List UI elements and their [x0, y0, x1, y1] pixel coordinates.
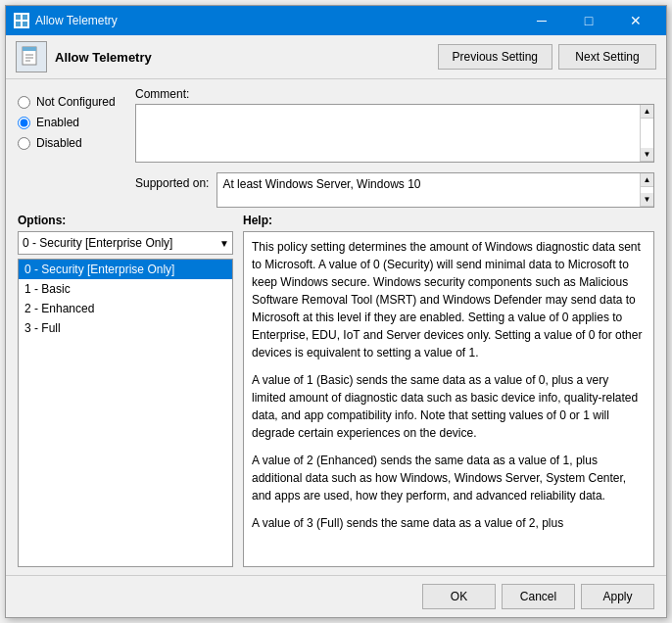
svg-rect-1: [23, 15, 27, 20]
window-icon: [14, 13, 29, 28]
radio-disabled[interactable]: Disabled: [18, 136, 125, 150]
supported-scroll-up[interactable]: ▲: [641, 173, 653, 187]
main-window: Allow Telemetry ─ □ ✕ Allow Telemetry Pr…: [5, 5, 667, 618]
top-pane: Not Configured Enabled Disabled Comment:: [18, 87, 654, 208]
close-button[interactable]: ✕: [613, 6, 658, 35]
help-para-1: This policy setting determines the amoun…: [252, 238, 646, 361]
policy-icon: [16, 41, 47, 72]
help-text-box[interactable]: This policy setting determines the amoun…: [243, 231, 654, 567]
help-para-3: A value of 2 (Enhanced) sends the same d…: [252, 452, 646, 504]
ok-button[interactable]: OK: [422, 584, 496, 609]
comment-label: Comment:: [135, 87, 654, 101]
options-listbox[interactable]: 0 - Security [Enterprise Only] 1 - Basic…: [18, 259, 233, 567]
not-configured-label: Not Configured: [36, 95, 116, 109]
content-area: Not Configured Enabled Disabled Comment:: [6, 79, 666, 575]
options-panel: 0 - Security [Enterprise Only] 1 - Basic…: [18, 231, 233, 567]
cancel-button[interactable]: Cancel: [502, 584, 575, 609]
svg-rect-0: [16, 15, 21, 20]
window-title: Allow Telemetry: [35, 14, 519, 27]
enabled-label: Enabled: [36, 116, 79, 129]
comment-scroll-down[interactable]: ▼: [641, 148, 653, 162]
list-item-3[interactable]: 3 - Full: [19, 318, 232, 338]
radio-enabled[interactable]: Enabled: [18, 116, 125, 129]
list-item-2[interactable]: 2 - Enhanced: [19, 299, 232, 318]
supported-label: Supported on:: [135, 172, 209, 190]
next-setting-button[interactable]: Next Setting: [558, 44, 656, 70]
help-para-2: A value of 1 (Basic) sends the same data…: [252, 371, 646, 442]
comment-textarea[interactable]: [136, 105, 640, 162]
list-item-1[interactable]: 1 - Basic: [19, 279, 232, 299]
help-panel: This policy setting determines the amoun…: [243, 231, 654, 567]
comment-scroll-buttons: ▲ ▼: [640, 105, 653, 162]
comment-scroll-up[interactable]: ▲: [641, 105, 653, 119]
footer: OK Cancel Apply: [6, 575, 666, 617]
maximize-button[interactable]: □: [566, 6, 611, 35]
options-dropdown[interactable]: 0 - Security [Enterprise Only] 1 - Basic…: [18, 231, 233, 255]
title-bar-controls: ─ □ ✕: [519, 6, 658, 35]
apply-button[interactable]: Apply: [581, 584, 654, 609]
options-header: Options:: [18, 214, 243, 227]
comment-textarea-wrapper: ▲ ▼: [135, 104, 654, 163]
toolbar-title: Allow Telemetry: [55, 50, 430, 65]
supported-section: Supported on: At least Windows Server, W…: [135, 172, 654, 208]
help-header: Help:: [243, 214, 272, 227]
radio-not-configured[interactable]: Not Configured: [18, 95, 125, 109]
help-para-4: A value of 3 (Full) sends the same data …: [252, 514, 646, 532]
svg-rect-2: [16, 22, 21, 26]
supported-scroll-buttons: ▲ ▼: [640, 173, 653, 207]
comment-section: Comment: ▲ ▼: [135, 87, 654, 163]
radio-group: Not Configured Enabled Disabled: [18, 87, 125, 208]
toolbar: Allow Telemetry Previous Setting Next Se…: [6, 35, 666, 79]
svg-rect-3: [23, 22, 27, 26]
minimize-button[interactable]: ─: [519, 6, 564, 35]
svg-rect-5: [23, 47, 36, 51]
list-item-0[interactable]: 0 - Security [Enterprise Only]: [19, 260, 232, 279]
previous-setting-button[interactable]: Previous Setting: [438, 44, 552, 70]
supported-value: At least Windows Server, Windows 10: [217, 173, 640, 207]
disabled-label: Disabled: [36, 136, 82, 150]
toolbar-buttons: Previous Setting Next Setting: [438, 44, 656, 70]
dropdown-wrapper: 0 - Security [Enterprise Only] 1 - Basic…: [18, 231, 233, 255]
supported-value-wrapper: At least Windows Server, Windows 10 ▲ ▼: [216, 172, 654, 208]
supported-scroll-down[interactable]: ▼: [641, 193, 653, 207]
title-bar: Allow Telemetry ─ □ ✕: [6, 6, 666, 35]
bottom-pane: 0 - Security [Enterprise Only] 1 - Basic…: [18, 231, 654, 567]
section-headers: Options: Help:: [18, 214, 654, 227]
